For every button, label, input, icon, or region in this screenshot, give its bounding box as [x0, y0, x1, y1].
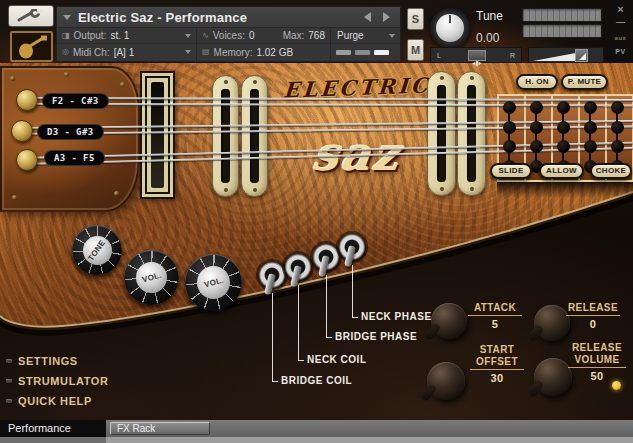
release-volume-value: 50	[566, 370, 628, 382]
wrench-icon	[16, 9, 46, 23]
voices-label: Voices:	[213, 30, 245, 41]
collapse-caret-icon[interactable]	[63, 15, 71, 20]
solo-button[interactable]: S	[407, 8, 424, 30]
tuning-peg	[16, 89, 38, 111]
neck-shadow	[497, 182, 633, 198]
max-label: Max:	[283, 30, 305, 41]
bridge-phase-switch[interactable]	[313, 244, 339, 270]
neck-phase-switch[interactable]	[339, 234, 365, 260]
volume-handle[interactable]	[575, 49, 588, 62]
bridge-pickup-coil	[457, 71, 486, 196]
title-row: Electric Saz - Performance	[57, 7, 400, 28]
voices-icon: ∿	[202, 32, 209, 40]
purge-label: Purge	[337, 30, 364, 41]
output-value: st. 1	[110, 30, 129, 41]
neck-pickup-coil	[241, 75, 268, 197]
callout-line	[298, 285, 299, 361]
midi-channel-select[interactable]: ◎ Midi Ch: [A] 1	[57, 44, 196, 60]
instrument-title: Electric Saz - Performance	[78, 10, 364, 25]
saz-lute-icon	[16, 35, 48, 59]
strumulator-menu-item[interactable]: STRUMULATOR	[18, 375, 109, 387]
start-offset-knob[interactable]	[427, 362, 465, 400]
label-rule	[470, 369, 524, 370]
menu-label: STRUMULATOR	[18, 375, 109, 387]
volume-knob-neck[interactable]: VOL.	[124, 250, 179, 305]
memory-label: Memory:	[214, 47, 253, 58]
string-range-button[interactable]: F2 - C#3	[42, 93, 109, 109]
volume-knob-bridge[interactable]: VOL.	[185, 254, 242, 311]
purge-menu[interactable]: Purge	[331, 28, 400, 44]
tune-value: 0.00	[476, 31, 499, 45]
string-range-button[interactable]: D3 - G#3	[37, 124, 104, 140]
tone-knob[interactable]: TONE	[72, 225, 122, 275]
tune-label: Tune	[476, 9, 503, 23]
instrument-logo-icon	[10, 31, 53, 62]
settings-menu-item[interactable]: SETTINGS	[18, 355, 78, 367]
release-value: 0	[564, 318, 622, 330]
string-range-button[interactable]: A3 - F5	[44, 150, 105, 166]
pan-slider[interactable]: L R	[430, 47, 522, 63]
tab-performance[interactable]: Performance	[0, 420, 106, 437]
attack-value: 5	[466, 318, 524, 330]
fret-marker-chain	[529, 101, 543, 173]
output-label: Output:	[74, 30, 107, 41]
pan-right-label: R	[510, 52, 515, 59]
attack-knob[interactable]	[431, 303, 467, 339]
volume-wedge	[533, 51, 577, 61]
callout-line	[272, 293, 273, 382]
prev-instrument-icon[interactable]	[364, 12, 371, 22]
bridge-coil-switch[interactable]	[259, 262, 285, 288]
memory-value: 1.02 GB	[256, 47, 293, 58]
menu-label: QUICK HELP	[18, 395, 92, 407]
tune-knob-cap	[436, 14, 464, 42]
volume-knob-cap: VOL.	[197, 266, 230, 299]
volume-knob-cap: VOL.	[136, 262, 168, 294]
mute-button[interactable]: M	[407, 39, 424, 61]
level-meter-right	[522, 24, 602, 38]
purge-meter-segments	[331, 44, 400, 60]
slide-button[interactable]: SLIDE	[490, 163, 532, 179]
switch-label: NECK PHASE	[361, 311, 432, 322]
tune-knob[interactable]	[430, 8, 470, 48]
menu-bullet-icon	[6, 379, 12, 383]
volume-slider[interactable]	[528, 47, 604, 63]
fret-marker-chain	[583, 101, 597, 173]
start-offset-label: START OFFSET 30	[468, 344, 526, 384]
output-select[interactable]: ◨ Output: st. 1	[57, 28, 196, 44]
max-value: 768	[308, 30, 325, 41]
neck-coil-switch[interactable]	[285, 254, 311, 280]
memory-row: ▤ Memory: 1.02 GB	[197, 44, 330, 60]
dropdown-caret-icon	[389, 34, 395, 38]
tuning-peg	[16, 149, 38, 171]
neck-pickup-coil	[212, 75, 239, 197]
allow-button[interactable]: ALLOW	[539, 163, 584, 179]
tuning-peg	[11, 120, 33, 142]
minimize-button[interactable]: —	[608, 17, 633, 27]
tab-fx-rack[interactable]: FX Rack	[110, 422, 210, 435]
menu-bullet-icon	[6, 359, 12, 363]
header-grid: ◨ Output: st. 1 ◎ Midi Ch: [A] 1 ∿	[57, 28, 400, 61]
choke-button[interactable]: CHOKE	[590, 163, 632, 179]
attack-label: ATTACK 5	[466, 302, 524, 330]
label-rule	[568, 367, 626, 368]
next-instrument-icon[interactable]	[383, 12, 390, 22]
midi-icon: ◎	[62, 48, 69, 56]
kontakt-instrument-window: F2 - C#3 D3 - G#3 A3 - F5 ELECTRIC saz H…	[0, 0, 633, 443]
quick-help-menu-item[interactable]: QUICK HELP	[18, 395, 92, 407]
instrument-header-panel: Electric Saz - Performance ◨ Output: st.…	[56, 6, 401, 62]
voices-row: ∿ Voices: 0 Max: 768	[197, 28, 330, 44]
menu-bullet-icon	[6, 399, 12, 403]
pan-handle[interactable]	[468, 50, 486, 61]
hammer-on-button[interactable]: H. ON	[516, 74, 558, 90]
midi-value: [A] 1	[114, 47, 135, 58]
switch-lever	[264, 273, 276, 295]
pv-toggle[interactable]: PV	[608, 48, 633, 55]
palm-mute-button[interactable]: P. MUTE	[561, 74, 608, 90]
aux-toggle[interactable]: aux	[608, 35, 633, 41]
wrench-button[interactable]	[8, 5, 54, 27]
close-button[interactable]: ×	[608, 3, 633, 15]
menu-label: SETTINGS	[18, 355, 78, 367]
release-label: RELEASE 0	[564, 302, 622, 330]
start-offset-value: 30	[468, 372, 526, 384]
callout-line	[326, 275, 327, 338]
